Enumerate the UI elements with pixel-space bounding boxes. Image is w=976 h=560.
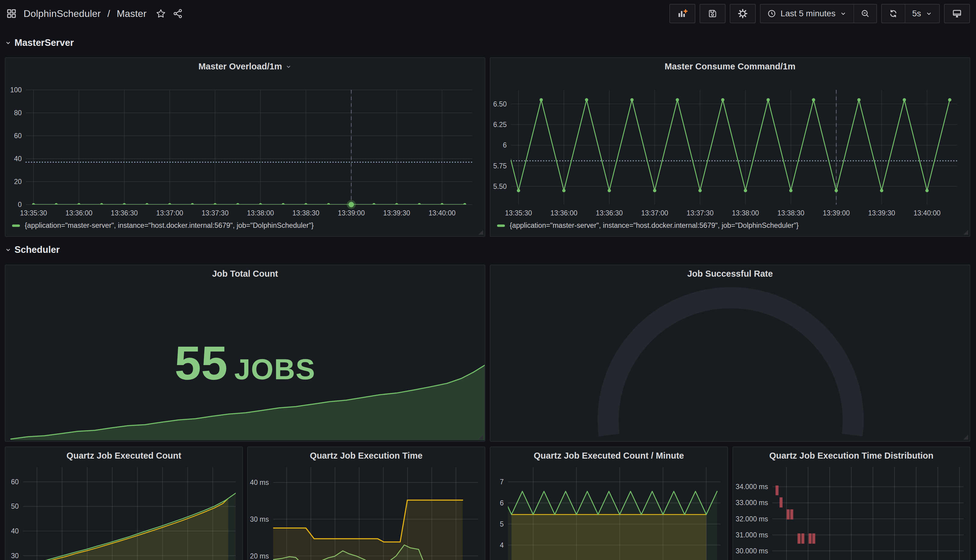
add-panel-button[interactable] <box>669 4 695 23</box>
legend-label: {application="master-server", instance="… <box>510 222 799 230</box>
svg-text:30 ms: 30 ms <box>250 515 269 523</box>
refresh-button[interactable] <box>882 5 905 23</box>
apps-grid-icon[interactable] <box>6 8 17 19</box>
chevron-down-icon <box>5 40 12 46</box>
zoom-out-time-button[interactable] <box>854 5 876 23</box>
svg-text:20 ms: 20 ms <box>250 552 269 560</box>
quartz-executed-count-chart[interactable]: 30405060 <box>5 464 243 560</box>
quartz-count-per-minute-chart[interactable]: 34567 <box>491 464 728 560</box>
gauge-arc[interactable] <box>491 265 970 442</box>
master-overload-chart[interactable]: 02040608010013:35:3013:36:0013:36:3013:3… <box>5 75 485 227</box>
stat-unit: JOBS <box>234 355 315 384</box>
svg-text:80: 80 <box>14 109 22 117</box>
panel-title-quartz-time-distribution[interactable]: Quartz Job Execution Time Distribution <box>733 451 970 461</box>
svg-text:13:40:00: 13:40:00 <box>914 209 941 217</box>
breadcrumb-dashboard[interactable]: DolphinScheduler <box>23 8 101 19</box>
svg-text:60: 60 <box>11 478 19 486</box>
master-consume-chart[interactable]: 5.505.7566.256.5013:35:3013:36:0013:36:3… <box>491 75 970 227</box>
svg-text:0: 0 <box>18 201 22 208</box>
panel-title-job-total-count[interactable]: Job Total Count <box>5 269 485 279</box>
quartz-time-distribution-heatmap[interactable]: 34.000 ms33.000 ms32.000 ms31.000 ms30.0… <box>733 464 970 560</box>
legend-master-overload[interactable]: {application="master-server", instance="… <box>12 222 314 230</box>
panel-title-master-consume[interactable]: Master Consume Command/1m <box>491 62 970 72</box>
svg-text:40: 40 <box>14 155 22 163</box>
top-nav: DolphinScheduler / Master <box>0 0 976 27</box>
svg-text:13:38:00: 13:38:00 <box>247 209 274 217</box>
legend-label: {application="master-server", instance="… <box>25 222 314 230</box>
svg-text:6: 6 <box>503 141 507 149</box>
section-title: MasterServer <box>15 37 73 48</box>
star-icon[interactable] <box>156 8 166 19</box>
svg-text:30: 30 <box>11 552 19 560</box>
legend-swatch <box>12 225 20 227</box>
stat-value: 55 <box>174 339 227 387</box>
svg-text:50: 50 <box>11 502 19 510</box>
refresh-group: 5s <box>881 4 940 23</box>
quartz-execution-time-chart[interactable]: 20 ms30 ms40 ms <box>248 464 485 560</box>
refresh-interval-picker[interactable]: 5s <box>905 5 939 23</box>
panel-title-text: Master Consume Command/1m <box>664 62 796 72</box>
panel-title-text: Job Total Count <box>212 269 278 279</box>
panel-master-consume-command: Master Consume Command/1m 5.505.7566.256… <box>490 57 970 237</box>
panel-title-quartz-execution-time[interactable]: Quartz Job Execution Time <box>248 451 485 461</box>
panel-quartz-execution-time: Quartz Job Execution Time 20 ms30 ms40 m… <box>247 447 485 560</box>
svg-text:30.000 ms: 30.000 ms <box>736 547 768 555</box>
svg-text:4: 4 <box>500 541 504 549</box>
svg-text:5.50: 5.50 <box>493 183 507 190</box>
svg-text:34.000 ms: 34.000 ms <box>736 483 768 491</box>
svg-text:13:35:30: 13:35:30 <box>20 209 47 217</box>
refresh-interval-label: 5s <box>912 9 921 18</box>
time-range-picker[interactable]: Last 5 minutes <box>761 5 854 23</box>
chevron-down-icon <box>925 10 933 17</box>
svg-text:13:39:00: 13:39:00 <box>338 209 365 217</box>
cycle-view-mode-button[interactable] <box>944 4 970 23</box>
svg-text:6: 6 <box>500 499 504 507</box>
svg-text:13:36:30: 13:36:30 <box>596 209 623 217</box>
clock-icon <box>767 9 776 18</box>
panel-master-overload: Master Overload/1m 02040608010013:35:301… <box>5 57 485 237</box>
svg-text:13:39:30: 13:39:30 <box>383 209 410 217</box>
section-masterserver[interactable]: MasterServer <box>5 37 73 48</box>
share-icon[interactable] <box>173 8 183 19</box>
save-icon <box>708 9 717 18</box>
legend-master-consume[interactable]: {application="master-server", instance="… <box>497 222 799 230</box>
grafana-dashboard: { "header": { "breadcrumb": { "app": "Do… <box>0 0 976 560</box>
svg-text:100: 100 <box>10 86 22 94</box>
svg-text:40 ms: 40 ms <box>250 478 269 487</box>
panel-title-text: Quartz Job Execution Time Distribution <box>769 451 933 461</box>
svg-text:13:37:30: 13:37:30 <box>202 209 229 217</box>
panel-quartz-count-per-minute: Quartz Job Executed Count / Minute 34567 <box>490 447 728 560</box>
svg-text:13:39:00: 13:39:00 <box>823 209 850 217</box>
svg-text:13:38:00: 13:38:00 <box>732 209 759 217</box>
svg-text:13:38:30: 13:38:30 <box>777 209 804 217</box>
chevron-down-icon <box>839 10 847 17</box>
panel-job-successful-rate: Job Successful Rate 100% <box>490 265 970 442</box>
panel-title-quartz-executed-count[interactable]: Quartz Job Executed Count <box>5 451 242 461</box>
svg-text:7: 7 <box>500 478 504 486</box>
breadcrumb-page[interactable]: Master <box>117 8 147 19</box>
section-scheduler[interactable]: Scheduler <box>5 244 60 255</box>
svg-text:5: 5 <box>500 520 504 528</box>
svg-text:13:39:30: 13:39:30 <box>868 209 896 217</box>
panel-title-quartz-count-per-minute[interactable]: Quartz Job Executed Count / Minute <box>491 451 727 461</box>
save-dashboard-button[interactable] <box>699 4 726 23</box>
panel-quartz-executed-count: Quartz Job Executed Count 30405060 <box>5 447 243 560</box>
stat-value-row: 55 JOBS <box>5 339 485 387</box>
panel-menu-chevron-icon <box>285 63 292 70</box>
svg-text:13:37:00: 13:37:00 <box>156 209 184 217</box>
svg-text:13:40:00: 13:40:00 <box>429 209 456 217</box>
svg-text:6.50: 6.50 <box>493 100 507 108</box>
dashboard-settings-button[interactable] <box>730 4 756 23</box>
time-range-label: Last 5 minutes <box>781 9 835 18</box>
breadcrumb-separator: / <box>107 8 110 19</box>
svg-text:5.75: 5.75 <box>493 162 507 170</box>
panel-job-total-count: Job Total Count 55 JOBS <box>5 265 485 442</box>
add-panel-icon <box>677 8 687 19</box>
panel-title-text: Job Successful Rate <box>687 269 773 279</box>
svg-text:20: 20 <box>14 178 22 185</box>
panel-title-job-successful-rate[interactable]: Job Successful Rate <box>491 269 970 279</box>
svg-text:13:38:30: 13:38:30 <box>292 209 320 217</box>
panel-title-master-overload[interactable]: Master Overload/1m <box>5 62 485 72</box>
svg-text:13:35:30: 13:35:30 <box>505 209 532 217</box>
svg-text:13:37:30: 13:37:30 <box>687 209 714 217</box>
